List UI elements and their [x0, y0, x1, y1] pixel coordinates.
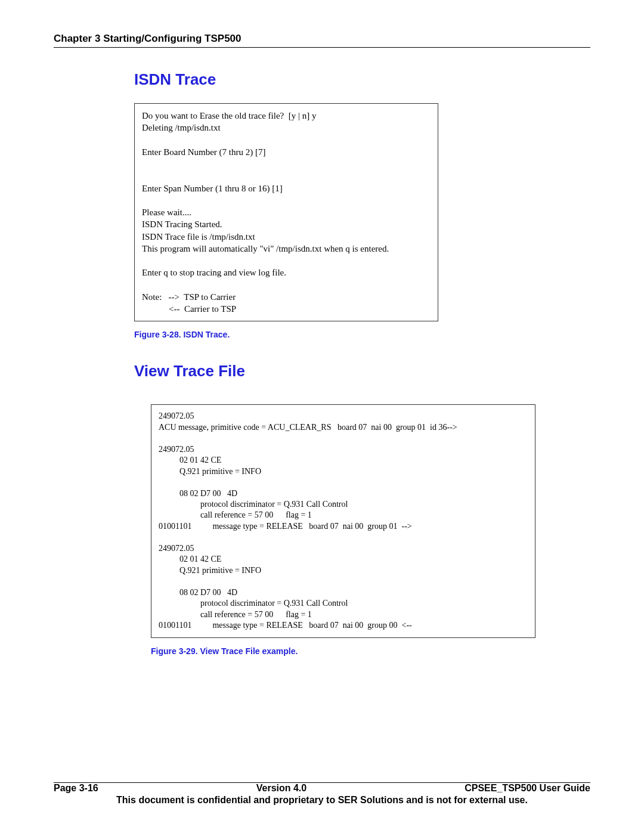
view-trace-file-output-box: 249072.05 ACU message, primitive code = … [151, 404, 535, 637]
figure-caption-1: Figure 3-28. ISDN Trace. [134, 330, 590, 339]
footer-row: Page 3-16 Version 4.0 CPSEE_TSP500 User … [54, 783, 590, 794]
figure-caption-2: Figure 3-29. View Trace File example. [151, 646, 590, 656]
content-area: ISDN Trace Do you want to Erase the old … [134, 70, 590, 656]
isdn-trace-output-box: Do you want to Erase the old trace file?… [134, 103, 438, 321]
page-footer: Page 3-16 Version 4.0 CPSEE_TSP500 User … [54, 782, 590, 806]
section-title-isdn-trace: ISDN Trace [134, 70, 590, 89]
section-title-view-trace-file: View Trace File [134, 362, 590, 380]
footer-page-number: Page 3-16 [54, 783, 98, 794]
chapter-header: Chapter 3 Starting/Configuring TSP500 [54, 33, 590, 45]
footer-confidential-note: This document is confidential and propri… [54, 795, 590, 806]
header-rule [54, 47, 590, 48]
page-container: Chapter 3 Starting/Configuring TSP500 IS… [0, 0, 644, 833]
footer-doc-title: CPSEE_TSP500 User Guide [465, 783, 590, 794]
footer-version: Version 4.0 [256, 783, 307, 794]
